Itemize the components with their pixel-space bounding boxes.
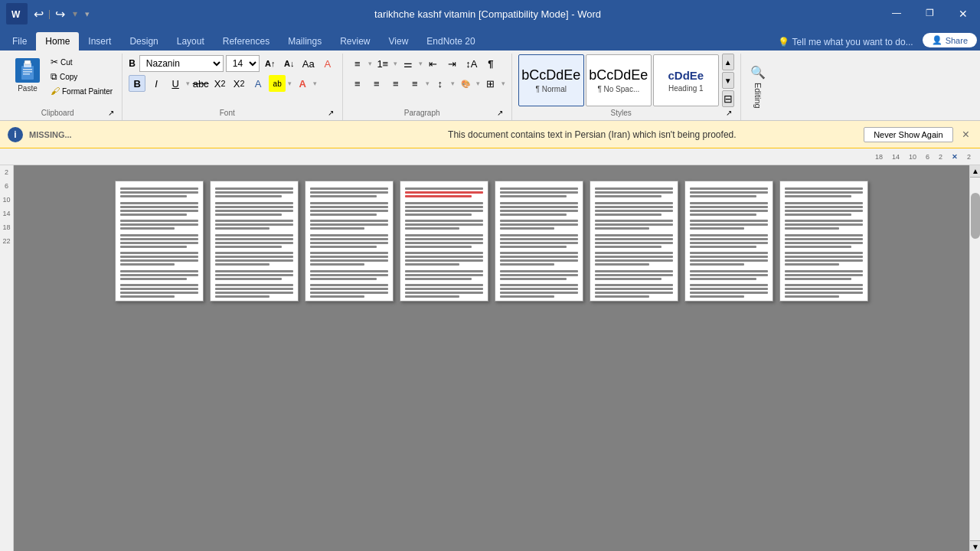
title-bar-left: W ↩ | ↪ ▾ ▾ bbox=[6, 3, 90, 24]
styles-expand-btn[interactable]: ↗ bbox=[724, 108, 733, 119]
document-page-6[interactable] bbox=[590, 181, 678, 302]
bold-button[interactable]: B bbox=[129, 75, 145, 92]
style-no-spacing[interactable]: bCcDdEe ¶ No Spac... bbox=[586, 54, 652, 106]
tab-endnote[interactable]: EndNote 20 bbox=[417, 32, 484, 51]
styles-label: Styles bbox=[518, 107, 724, 119]
style-heading-name: Heading 1 bbox=[668, 84, 704, 93]
highlight-color-button[interactable]: ab bbox=[269, 75, 286, 92]
align-left-button[interactable]: ≡ bbox=[349, 75, 366, 92]
bullets-button[interactable]: ≡ bbox=[349, 55, 366, 72]
svg-rect-7 bbox=[23, 73, 30, 75]
share-label: Share bbox=[946, 36, 968, 45]
increase-indent-button[interactable]: ⇥ bbox=[444, 55, 461, 72]
notification-missing: MISSING... bbox=[29, 130, 439, 139]
document-page-1[interactable] bbox=[115, 181, 204, 302]
show-formatting-button[interactable]: ¶ bbox=[482, 55, 499, 72]
strikethrough-button[interactable]: abc bbox=[192, 75, 209, 92]
copy-button[interactable]: ⧉ Copy bbox=[47, 70, 116, 83]
copy-icon: ⧉ bbox=[51, 71, 57, 82]
paragraph-bottom: Paragraph ↗ bbox=[349, 107, 505, 120]
document-page-3[interactable] bbox=[305, 181, 394, 302]
scroll-up-button[interactable]: ▲ bbox=[970, 165, 980, 178]
multilevel-button[interactable]: ⚌ bbox=[400, 55, 416, 72]
font-name-select[interactable]: Nazanin bbox=[139, 55, 224, 72]
document-page-7[interactable] bbox=[684, 181, 773, 302]
document-area[interactable] bbox=[14, 165, 969, 551]
styles-expand[interactable]: ⊟ bbox=[722, 90, 734, 107]
title-bar: W ↩ | ↪ ▾ ▾ tarikhche kashf vitamin [Com… bbox=[0, 0, 980, 28]
subscript-button[interactable]: X2 bbox=[211, 75, 228, 92]
undo-button[interactable]: ↩ bbox=[32, 5, 45, 23]
line-spacing-button[interactable]: ↕ bbox=[432, 75, 449, 92]
notification-close-button[interactable]: × bbox=[959, 128, 972, 142]
document-page-5[interactable] bbox=[495, 181, 583, 302]
tab-view[interactable]: View bbox=[380, 32, 418, 51]
tell-me-text[interactable]: Tell me what you want to do... bbox=[792, 37, 913, 47]
never-show-again-button[interactable]: Never Show Again bbox=[864, 127, 953, 142]
tell-me-box[interactable]: 💡 Tell me what you want to do... bbox=[778, 37, 913, 51]
align-right-button[interactable]: ≡ bbox=[387, 75, 404, 92]
page-row bbox=[115, 181, 868, 302]
italic-button[interactable]: I bbox=[148, 75, 165, 92]
styles-group: bCcDdEe ¶ Normal bCcDdEe ¶ No Spac... cD… bbox=[512, 54, 740, 120]
font-format-row: B I U ▾ abc X2 X2 A ab ▾ A ▾ bbox=[129, 75, 336, 92]
scroll-thumb[interactable] bbox=[971, 193, 980, 239]
cut-button[interactable]: ✂ Cut bbox=[47, 55, 116, 69]
vertical-scrollbar[interactable]: ▲ ▼ bbox=[969, 165, 980, 551]
decrease-font-button[interactable]: A↓ bbox=[281, 55, 298, 72]
numbering-button[interactable]: 1≡ bbox=[374, 55, 391, 72]
tab-layout[interactable]: Layout bbox=[168, 32, 214, 51]
tab-insert[interactable]: Insert bbox=[79, 32, 120, 51]
format-painter-label: Format Painter bbox=[62, 87, 113, 96]
font-size-select[interactable]: 14 bbox=[226, 55, 260, 72]
format-painter-button[interactable]: 🖌 Format Painter bbox=[47, 84, 116, 98]
share-button[interactable]: 👤 Share bbox=[923, 33, 977, 47]
sort-button[interactable]: ↕A bbox=[463, 55, 480, 72]
font-color-button[interactable]: A bbox=[294, 75, 311, 92]
tab-references[interactable]: References bbox=[214, 32, 279, 51]
tab-mailings[interactable]: Mailings bbox=[279, 32, 331, 51]
minimize-button[interactable]: — bbox=[886, 5, 907, 23]
font-expand[interactable]: ↗ bbox=[325, 108, 335, 119]
document-page-8[interactable] bbox=[779, 181, 868, 302]
editing-group: 🔍 Editing bbox=[740, 54, 775, 120]
increase-font-button[interactable]: A↑ bbox=[262, 55, 279, 72]
clipboard-group: Paste ✂ Cut ⧉ Copy 🖌 Format Painter Clip… bbox=[3, 54, 122, 120]
paste-button[interactable]: Paste bbox=[9, 55, 46, 96]
styles-scroll-up[interactable]: ▲ bbox=[722, 54, 734, 70]
paragraph-expand[interactable]: ↗ bbox=[495, 108, 505, 119]
align-center-button[interactable]: ≡ bbox=[368, 75, 385, 92]
decrease-indent-button[interactable]: ⇤ bbox=[425, 55, 442, 72]
underline-button[interactable]: U bbox=[167, 75, 184, 92]
styles-scroll-down[interactable]: ▼ bbox=[722, 72, 734, 89]
clipboard-expand[interactable]: ↗ bbox=[106, 108, 116, 119]
window-controls: — ❐ ✕ bbox=[886, 5, 974, 23]
superscript-button[interactable]: X2 bbox=[230, 75, 247, 92]
paste-icon bbox=[15, 58, 40, 83]
document-page-4[interactable] bbox=[400, 181, 488, 302]
justify-button[interactable]: ≡ bbox=[407, 75, 423, 92]
restore-button[interactable]: ❐ bbox=[920, 5, 940, 23]
tab-design[interactable]: Design bbox=[120, 32, 167, 51]
shading-button[interactable]: 🎨 bbox=[457, 75, 474, 92]
clear-formatting-button[interactable]: A bbox=[319, 55, 336, 72]
style-normal[interactable]: bCcDdEe ¶ Normal bbox=[518, 54, 584, 106]
borders-button[interactable]: ⊞ bbox=[482, 75, 499, 92]
clipboard-content: Paste ✂ Cut ⧉ Copy 🖌 Format Painter bbox=[9, 54, 116, 107]
horizontal-ruler: 18 14 10 6 2 ✕ 2 bbox=[0, 148, 980, 165]
document-page-2[interactable] bbox=[210, 181, 299, 302]
paragraph-controls: ≡ ▾ 1≡ ▾ ⚌ ▾ ⇤ ⇥ ↕A ¶ ≡ ≡ ≡ ≡ ▾ ↕ ▾ 🎨 ▾ bbox=[349, 54, 505, 93]
clipboard-small-buttons: ✂ Cut ⧉ Copy 🖌 Format Painter bbox=[47, 55, 116, 98]
tab-home[interactable]: Home bbox=[36, 32, 79, 51]
close-button[interactable]: ✕ bbox=[952, 5, 974, 23]
scroll-down-button[interactable]: ▼ bbox=[970, 540, 980, 551]
tab-file[interactable]: File bbox=[3, 32, 36, 51]
search-icon: 🔍 bbox=[750, 65, 766, 80]
font-name-row: B Nazanin 14 A↑ A↓ Aa A bbox=[129, 55, 336, 72]
redo-button[interactable]: ↪ bbox=[54, 5, 67, 23]
tab-review[interactable]: Review bbox=[331, 32, 379, 51]
svg-text:W: W bbox=[11, 9, 21, 20]
text-highlight-button[interactable]: A bbox=[250, 75, 266, 92]
style-heading1[interactable]: cDdEe Heading 1 bbox=[653, 54, 719, 106]
change-case-button[interactable]: Aa bbox=[300, 55, 317, 72]
